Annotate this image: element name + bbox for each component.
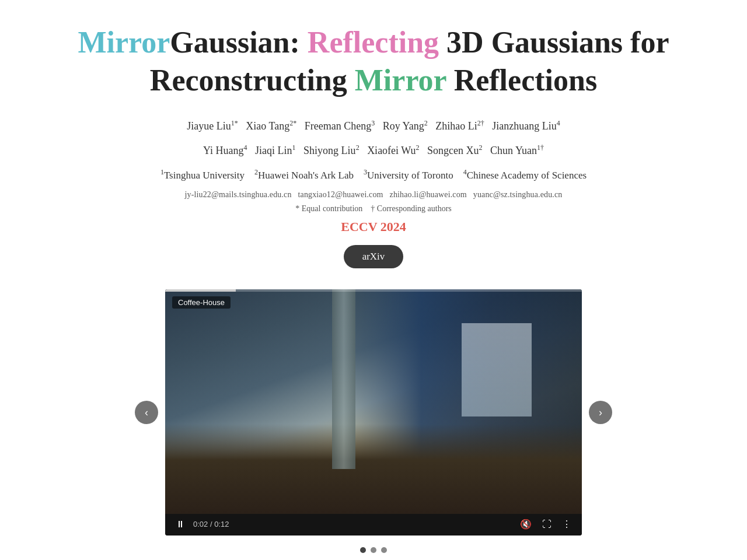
scene-floor <box>165 424 582 514</box>
video-progress-fill <box>165 289 236 292</box>
next-video-button[interactable]: › <box>589 401 612 424</box>
video-time: 0:02 / 0:12 <box>193 520 229 528</box>
pause-icon: ⏸ <box>176 519 185 530</box>
fullscreen-icon: ⛶ <box>542 519 551 530</box>
video-container: Coffee-House ⏸ 0:02 / 0:12 🔇 <box>165 289 582 536</box>
title-mirror2: Mirror <box>355 64 446 97</box>
arxiv-button[interactable]: arXiv <box>344 245 404 268</box>
more-options-button[interactable]: ⋮ <box>560 517 574 531</box>
email-1: jy-liu22@mails.tsinghua.edu.cn <box>184 190 291 199</box>
title-reflecting: Reflecting <box>308 26 439 59</box>
author-shiyong-liu: Shiyong Liu2 <box>303 145 359 156</box>
title-mirror1: Mirror <box>78 26 170 59</box>
affiliations: 1Tsinghua University 2Huawei Noah's Ark … <box>64 166 683 184</box>
video-outer-wrapper: ‹ Coffee-House ⏸ 0:02 <box>165 289 582 536</box>
email-2: tangxiao12@huawei.com <box>298 190 383 199</box>
author-freeman-cheng: Freeman Cheng3 <box>305 120 375 132</box>
next-icon: › <box>599 407 602 419</box>
author-songcen-xu: Songcen Xu2 <box>427 145 483 156</box>
video-controls-bar: ⏸ 0:02 / 0:12 🔇 ⛶ ⋮ <box>165 514 582 536</box>
author-chun-yuan: Chun Yuan1† <box>490 145 544 156</box>
author-roy-yang: Roy Yang2 <box>383 120 428 132</box>
more-icon: ⋮ <box>562 519 571 530</box>
video-scene: Coffee-House <box>165 289 582 514</box>
corresponding-authors-note: † Corresponding authors <box>371 204 451 213</box>
email-4: yuanc@sz.tsinghua.edu.cn <box>473 190 563 199</box>
author-zhihao-li: Zhihao Li2† <box>435 120 484 132</box>
author-jiayue-liu: Jiayue Liu1* <box>187 120 238 132</box>
contribution-notes: * Equal contribution † Corresponding aut… <box>64 204 683 214</box>
email-3: zhihao.li@huawei.com <box>390 190 467 199</box>
mute-button[interactable]: 🔇 <box>518 517 534 531</box>
title-reflections: Reflections <box>446 64 597 97</box>
author-yi-huang: Yi Huang4 <box>203 145 247 156</box>
dots-indicator <box>64 547 683 553</box>
dot-2[interactable] <box>371 547 376 553</box>
author-xiaofei-wu: Xiaofei Wu2 <box>367 145 419 156</box>
prev-video-button[interactable]: ‹ <box>135 401 158 424</box>
video-progress-bar-container[interactable] <box>165 289 582 292</box>
dot-1[interactable] <box>360 547 366 553</box>
scene-window <box>462 323 532 416</box>
time-total: 0:12 <box>214 520 229 528</box>
mute-icon: 🔇 <box>520 519 532 530</box>
video-scene-label: Coffee-House <box>172 296 231 309</box>
pause-button[interactable]: ⏸ <box>173 518 187 531</box>
conference-label: ECCV 2024 <box>64 219 683 235</box>
page-title: MirrorGaussian: Reflecting 3D Gaussians … <box>64 23 683 99</box>
scene-pillar <box>332 289 355 469</box>
authors-line2: Yi Huang4 Jiaqi Lin1 Shiyong Liu2 Xiaofe… <box>64 141 683 160</box>
authors-line1: Jiayue Liu1* Xiao Tang2* Freeman Cheng3 … <box>64 117 683 135</box>
fullscreen-button[interactable]: ⛶ <box>540 518 554 531</box>
time-current: 0:02 <box>193 520 208 528</box>
author-jiaqi-lin: Jiaqi Lin1 <box>255 145 296 156</box>
equal-contribution-note: * Equal contribution <box>295 204 362 213</box>
author-xiao-tang: Xiao Tang2* <box>246 120 296 132</box>
emails: jy-liu22@mails.tsinghua.edu.cn tangxiao1… <box>64 190 683 200</box>
author-jianzhuang-liu: Jianzhuang Liu4 <box>492 120 560 132</box>
title-gaussian: Gaussian: <box>170 26 308 59</box>
prev-icon: ‹ <box>145 407 148 419</box>
dot-3[interactable] <box>381 547 387 553</box>
